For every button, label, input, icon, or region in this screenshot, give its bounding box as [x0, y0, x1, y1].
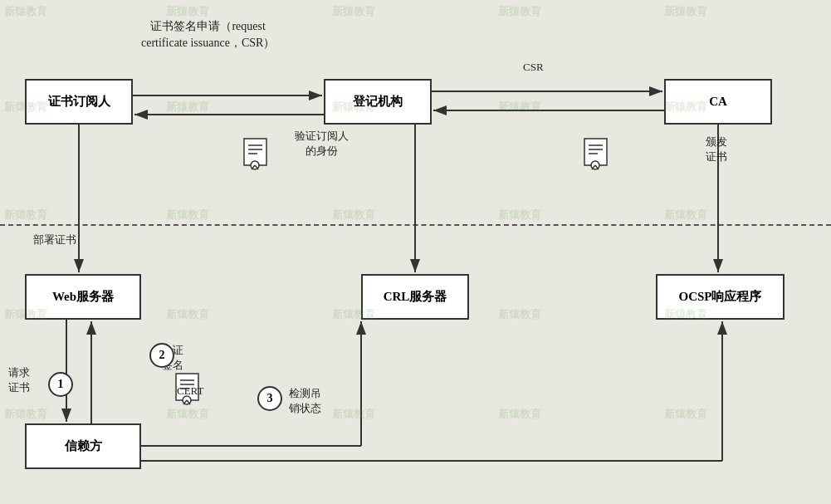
- watermark: 新猿教育: [166, 407, 209, 422]
- cert-icon-right: [581, 137, 610, 174]
- watermark: 新猿教育: [4, 407, 47, 422]
- watermark: 新猿教育: [498, 208, 541, 223]
- watermark: 新猿教育: [498, 307, 541, 322]
- cert-text-label: CERT: [177, 384, 203, 399]
- watermark: 新猿教育: [664, 4, 707, 19]
- csr-title-label: 证书签名申请（requestcertificate issuance，CSR）: [141, 18, 275, 51]
- cert-icon-left: [241, 137, 270, 174]
- circle-3: 3: [257, 386, 282, 411]
- request-cert-label: 请求证书: [8, 365, 30, 395]
- watermark: 新猿教育: [166, 307, 209, 322]
- webserver-box: Web服务器: [25, 274, 141, 320]
- watermark: 新猿教育: [166, 4, 209, 19]
- watermark: 新猿教育: [332, 4, 375, 19]
- circle-1: 1: [48, 372, 73, 397]
- watermark: 新猿教育: [166, 100, 209, 115]
- watermark: 新猿教育: [664, 407, 707, 422]
- grant-cert-label: 颁发证书: [706, 135, 727, 164]
- ra-box: 登记机构: [324, 79, 432, 125]
- watermark: 新猿教育: [498, 100, 541, 115]
- watermark: 新猿教育: [498, 4, 541, 19]
- crl-box: CRL服务器: [361, 274, 469, 320]
- ocsp-box: OCSP响应程序: [656, 274, 785, 320]
- watermark: 新猿教育: [498, 407, 541, 422]
- watermark: 新猿教育: [4, 208, 47, 223]
- verify-identity-label: 验证订阅人的身份: [295, 129, 349, 159]
- ca-box: CA: [664, 79, 772, 125]
- watermark: 新猿教育: [332, 407, 375, 422]
- watermark: 新猿教育: [332, 208, 375, 223]
- diagram-container: 新猿教育 新猿教育 新猿教育 新猿教育 新猿教育 新猿教育 新猿教育 新猿教育 …: [0, 0, 831, 504]
- dashed-divider: [0, 224, 831, 226]
- relying-party-box: 信赖方: [25, 423, 141, 469]
- csr-label: CSR: [523, 60, 544, 75]
- watermark: 新猿教育: [4, 4, 47, 19]
- watermark: 新猿教育: [664, 208, 707, 223]
- circle-2: 2: [149, 343, 174, 368]
- deploy-cert-label: 部署证书: [33, 232, 76, 247]
- watermark: 新猿教育: [166, 208, 209, 223]
- subscriber-box: 证书订阅人: [25, 79, 133, 125]
- check-revoke-label: 检测吊销状态: [289, 386, 321, 416]
